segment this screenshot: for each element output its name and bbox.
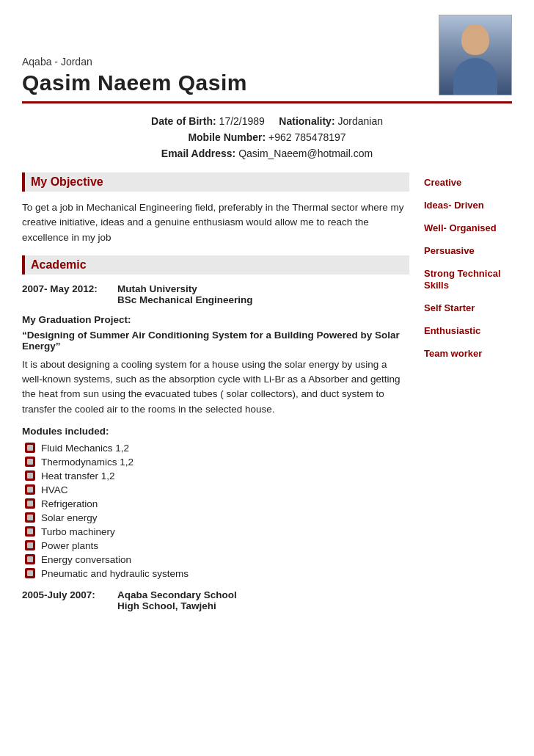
edu1-dates: 2007- May 2012: xyxy=(22,283,117,305)
mobile-value: +962 785478197 xyxy=(268,131,346,143)
edu1-school: Mutah University xyxy=(117,283,253,294)
personal-info-section: Date of Birth: 17/2/1989 Nationality: Jo… xyxy=(22,115,512,159)
header-left: Aqaba - Jordan Qasim Naeem Qasim xyxy=(22,56,247,95)
mobile-row: Mobile Number: +962 785478197 xyxy=(22,131,512,143)
modules-list: Fluid Mechanics 1,2Thermodynamics 1,2Hea… xyxy=(22,443,409,579)
skill-item: Persuasive xyxy=(424,245,512,258)
nationality-label: Nationality: xyxy=(279,115,334,127)
list-item: HVAC xyxy=(22,484,409,495)
objective-header: My Objective xyxy=(22,172,409,192)
body-layout: My Objective To get a job in Mechanical … xyxy=(22,170,512,617)
location-text: Aqaba - Jordan xyxy=(22,56,247,68)
list-item: Thermodynamics 1,2 xyxy=(22,457,409,468)
header-section: Aqaba - Jordan Qasim Naeem Qasim xyxy=(22,15,512,103)
dob-row: Date of Birth: 17/2/1989 Nationality: Jo… xyxy=(22,115,512,127)
edu2-degree: High School, Tawjehi xyxy=(117,600,237,611)
edu2-details: Aqaba Secondary School High School, Tawj… xyxy=(117,589,237,611)
side-column: CreativeIdeas- DrivenWell- OrganisedPers… xyxy=(417,170,512,617)
project-desc: It is about designing a cooling system f… xyxy=(22,357,409,417)
graduation-project-label: My Graduation Project: xyxy=(22,314,409,325)
academic-header: Academic xyxy=(22,255,409,275)
bullet-icon xyxy=(25,526,35,537)
candidate-photo xyxy=(439,15,512,95)
photo-image xyxy=(439,15,511,95)
bullet-icon xyxy=(25,443,35,453)
edu-entry-1: 2007- May 2012: Mutah University BSc Mec… xyxy=(22,283,409,305)
list-item: Turbo machinery xyxy=(22,526,409,537)
list-item: Refrigeration xyxy=(22,498,409,509)
objective-text: To get a job in Mechanical Engineering f… xyxy=(22,200,409,245)
skill-item: Self Starter xyxy=(424,302,512,315)
project-title: “Designing of Summer Air Conditioning Sy… xyxy=(22,330,409,352)
modules-label: Modules included: xyxy=(22,426,409,437)
edu2-school: Aqaba Secondary School xyxy=(117,589,237,600)
edu-entry-2: 2005-July 2007: Aqaba Secondary School H… xyxy=(22,589,409,611)
list-item: Heat transfer 1,2 xyxy=(22,470,409,481)
skill-item: Team worker xyxy=(424,348,512,360)
edu1-details: Mutah University BSc Mechanical Engineer… xyxy=(117,283,253,305)
mobile-label: Mobile Number: xyxy=(188,131,266,143)
candidate-name: Qasim Naeem Qasim xyxy=(22,70,247,95)
email-value: Qasim_Naeem@hotmail.com xyxy=(238,148,373,159)
edu1-degree: BSc Mechanical Engineering xyxy=(117,294,253,305)
list-item: Solar energy xyxy=(22,512,409,523)
skill-item: Ideas- Driven xyxy=(424,200,512,212)
email-row: Email Address: Qasim_Naeem@hotmail.com xyxy=(22,148,512,159)
bullet-icon xyxy=(25,498,35,509)
bullet-icon xyxy=(25,484,35,495)
bullet-icon xyxy=(25,512,35,523)
bullet-icon xyxy=(25,540,35,550)
list-item: Fluid Mechanics 1,2 xyxy=(22,443,409,454)
bullet-icon xyxy=(25,554,35,564)
list-item: Pneumatic and hydraulic systems xyxy=(22,568,409,579)
skill-item: Enthusiastic xyxy=(424,325,512,338)
dob-label: Date of Birth: xyxy=(151,115,216,127)
email-label: Email Address: xyxy=(161,148,235,159)
skill-item: Strong Technical Skills xyxy=(424,268,512,293)
dob-value: 17/2/1989 xyxy=(219,115,265,127)
list-item: Energy conversation xyxy=(22,554,409,565)
nationality-value: Jordanian xyxy=(337,115,383,127)
main-column: My Objective To get a job in Mechanical … xyxy=(22,170,417,617)
skill-item: Creative xyxy=(424,177,512,189)
edu2-dates: 2005-July 2007: xyxy=(22,589,117,611)
bullet-icon xyxy=(25,457,35,467)
bullet-icon xyxy=(25,568,35,578)
list-item: Power plants xyxy=(22,540,409,551)
bullet-icon xyxy=(25,470,35,481)
skill-item: Well- Organised xyxy=(424,222,512,235)
